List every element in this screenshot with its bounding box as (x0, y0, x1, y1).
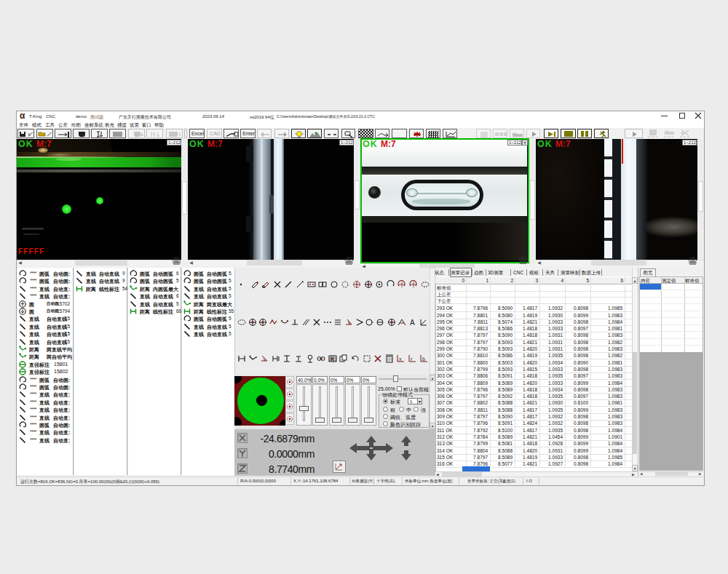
svg-text:x: x (399, 356, 402, 362)
svg-text:r: r (411, 356, 413, 362)
svg-text:A: A (410, 319, 415, 327)
svg-text:b: b (422, 356, 425, 362)
